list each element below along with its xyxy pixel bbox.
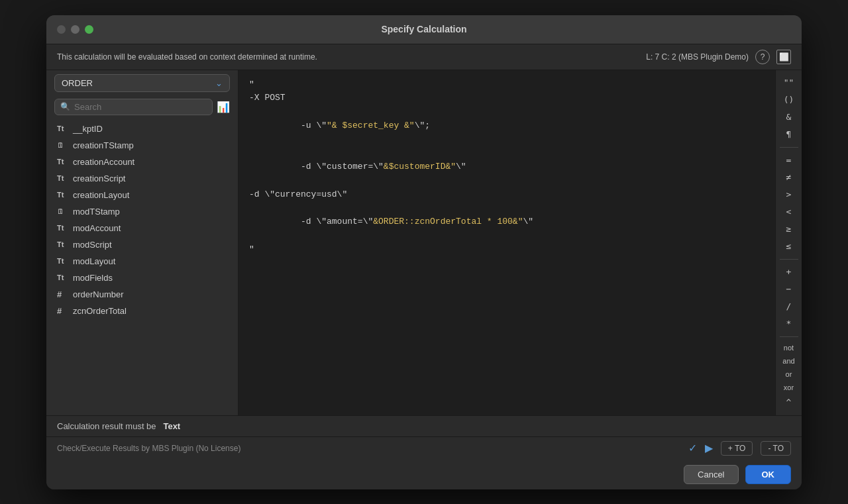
titlebar: Specify Calculation [46,15,802,44]
main-window: Specify Calculation This calculation wil… [46,15,802,489]
op-less-button[interactable]: < [782,205,796,219]
field-list: Tt __kptID 🗓 creationTStamp Tt creationA… [46,121,238,415]
search-icon: 🔍 [60,102,70,111]
search-input[interactable] [74,102,207,112]
context-selected-label: ORDER [62,78,93,88]
maximize-button[interactable] [85,25,93,34]
code-text: -u \" [301,121,327,130]
dropdown-chevron-icon: ⌄ [215,78,223,88]
left-panel: ORDER ⌄ 🔍 📊 Tt __kptID 🗓 [46,70,238,415]
op-plus-button[interactable]: + [782,265,796,279]
list-item[interactable]: Tt modFields [46,270,238,286]
op-not-button[interactable]: not [781,342,796,353]
code-text: \" [523,217,533,227]
field-name: creationAccount [73,157,134,167]
op-and-button[interactable]: and [780,356,797,366]
result-prefix-label: Calculation result must be [57,421,156,431]
text-field-icon: Tt [57,240,68,248]
list-item[interactable]: Tt __kptID [46,121,238,137]
code-editor[interactable]: " -X POST -u \""& $secret_key &"\"; -d \… [238,70,775,415]
field-name: __kptID [73,124,103,134]
play-icon[interactable]: ▶ [705,442,713,454]
op-caret-button[interactable]: ^ [782,395,796,410]
code-line: " [249,78,765,92]
code-line: " [249,243,765,257]
search-input-wrapper: 🔍 [54,99,213,115]
context-selector-row: ORDER ⌄ [46,70,238,96]
minus-to-button[interactable]: - TO [761,441,791,456]
text-field-icon: Tt [57,125,68,132]
field-name: orderNumber [73,289,124,299]
main-content: ORDER ⌄ 🔍 📊 Tt __kptID 🗓 [46,70,802,415]
bottom-bar: Calculation result must be Text [46,415,802,436]
list-item[interactable]: # orderNumber [46,286,238,303]
text-field-icon: Tt [57,224,68,232]
check-result-label: Check/Execute Results by MBS Plugin (No … [57,444,688,453]
list-item[interactable]: # zcnOrderTotal [46,303,238,319]
number-field-icon: # [57,306,68,316]
list-item[interactable]: Tt creationScript [46,170,238,187]
op-minus-button[interactable]: − [782,282,796,297]
minimize-button[interactable] [71,25,80,34]
list-item[interactable]: Tt modScript [46,236,238,253]
op-multiply-button[interactable]: * [782,317,796,331]
op-greater-button[interactable]: > [782,187,796,202]
date-field-icon: 🗓 [57,141,68,149]
text-field-icon: Tt [57,174,68,182]
help-button[interactable]: ? [755,50,770,64]
info-message: This calculation will be evaluated based… [57,52,317,62]
expand-button[interactable]: ⬜ [776,50,791,64]
op-divider [780,336,798,337]
check-icon[interactable]: ✓ [688,442,697,454]
code-editor-panel: " -X POST -u \""& $secret_key &"\"; -d \… [238,70,775,415]
op-divide-button[interactable]: / [782,299,796,314]
op-parens-button[interactable]: () [780,93,798,107]
infobar: This calculation will be evaluated based… [46,44,802,70]
op-equals-button[interactable]: = [782,153,796,168]
line-col-indicator: L: 7 C: 2 (MBS Plugin Demo) [646,52,749,62]
op-divider [780,147,798,148]
code-text: \"; [415,121,441,130]
field-name: zcnOrderTotal [73,306,127,316]
list-item[interactable]: Tt creationLayout [46,187,238,203]
op-or-button[interactable]: or [783,369,795,379]
cancel-button[interactable]: Cancel [684,465,738,484]
context-dropdown[interactable]: ORDER ⌄ [54,74,230,92]
field-name: modTStamp [73,207,120,217]
list-item[interactable]: Tt modLayout [46,253,238,270]
field-name: modFields [73,273,113,283]
op-lessequal-button[interactable]: ≤ [782,239,796,254]
number-field-icon: # [57,289,68,299]
code-text: &ORDER::zcnOrderTotal * 100&" [373,217,523,227]
op-notequals-button[interactable]: ≠ [782,170,796,185]
code-line: -X POST [249,91,765,105]
list-item[interactable]: Tt modAccount [46,220,238,236]
result-type-label: Text [163,421,180,431]
code-line: -d \"currency=usd\" [249,188,765,202]
search-bar: 🔍 📊 [46,96,238,121]
op-xor-button[interactable]: xor [781,382,796,393]
op-quotes-button[interactable]: "" [780,76,798,90]
code-line: -d \"customer=\"&$customerID&"\" [249,146,765,187]
list-item[interactable]: 🗓 creationTStamp [46,137,238,154]
status-bar: Check/Execute Results by MBS Plugin (No … [46,436,802,460]
op-divider [780,259,798,260]
list-item[interactable]: 🗓 modTStamp [46,203,238,220]
code-text: -d \"customer=\" [301,162,384,172]
date-field-icon: 🗓 [57,207,68,215]
field-name: modLayout [73,256,115,266]
graph-icon[interactable]: 📊 [217,101,230,113]
plus-to-button[interactable]: + TO [721,441,753,456]
operator-panel: "" () & ¶ = ≠ > < ≥ ≤ + − / * not and or… [775,70,802,415]
action-buttons: Cancel OK [46,460,802,489]
ok-button[interactable]: OK [745,465,792,484]
close-button[interactable] [57,25,66,34]
op-paragraph-button[interactable]: ¶ [782,127,796,142]
list-item[interactable]: Tt creationAccount [46,154,238,170]
calc-result-label: Calculation result must be Text [57,421,180,431]
code-text: -d \"amount=\" [301,217,373,227]
field-name: creationTStamp [73,140,134,150]
op-greaterequal-button[interactable]: ≥ [782,222,796,236]
window-title: Specify Calculation [381,24,466,34]
op-ampersand-button[interactable]: & [782,110,796,125]
